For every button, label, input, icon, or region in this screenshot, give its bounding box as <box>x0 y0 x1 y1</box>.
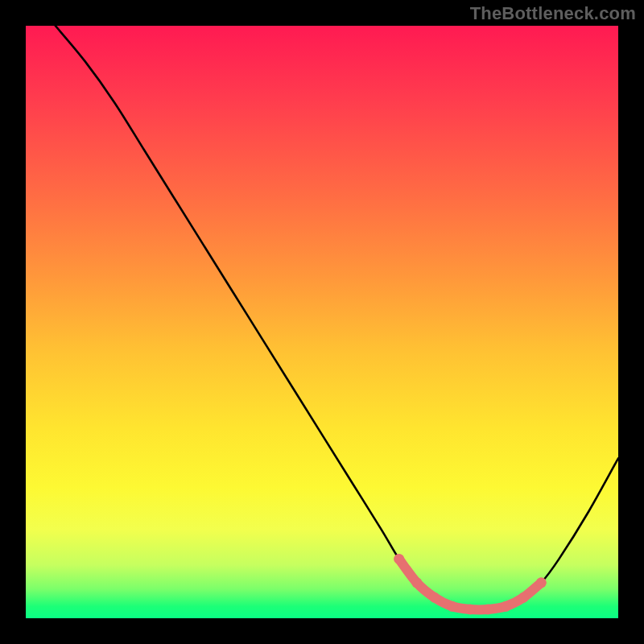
valley-dot <box>411 577 422 588</box>
valley-dot <box>501 601 511 612</box>
valley-dot <box>447 601 457 612</box>
valley-dot <box>536 577 547 588</box>
valley-dot <box>394 554 404 564</box>
bottleneck-curve <box>56 26 618 609</box>
curve-layer <box>26 26 618 618</box>
watermark-text: TheBottleneck.com <box>470 3 636 24</box>
plot-area <box>26 26 618 618</box>
valley-dot <box>429 592 440 603</box>
valley-dot <box>518 592 529 603</box>
valley-dot <box>483 604 493 614</box>
valley-dot <box>465 604 476 614</box>
valley-markers <box>394 554 547 615</box>
